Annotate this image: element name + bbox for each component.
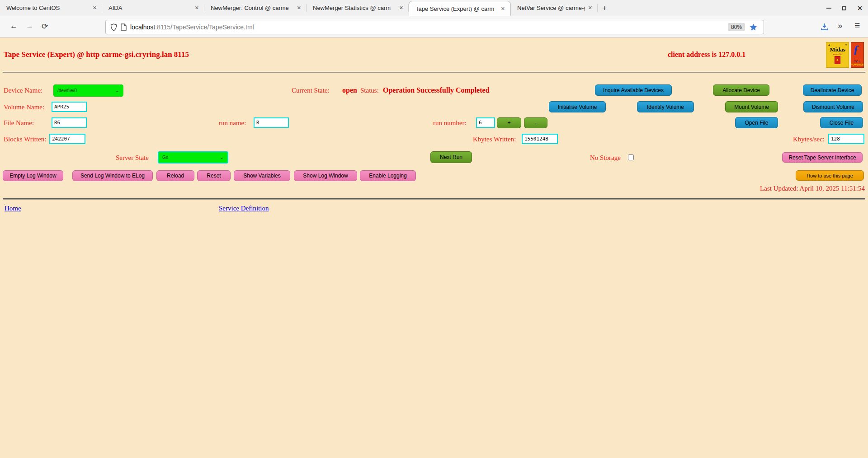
deallocate-device-button[interactable]: Deallocate Device — [803, 84, 862, 96]
tcl-logo-subtext: POWERED — [851, 63, 864, 66]
page-icon[interactable] — [121, 23, 127, 31]
tab-close-icon[interactable]: ✕ — [499, 5, 507, 13]
identify-volume-button[interactable]: Identify Volume — [637, 101, 694, 112]
how-to-use-this-page-button[interactable]: How to use this page — [796, 170, 864, 181]
tab-aida[interactable]: AIDA ✕ — [102, 0, 204, 16]
reload-icon[interactable]: ⟳ — [42, 22, 48, 31]
status-label: Status: — [360, 87, 379, 94]
new-tab-button[interactable]: + — [598, 0, 611, 16]
chevron-down-icon: ⌄ — [220, 154, 224, 160]
kbytes-per-sec-input[interactable] — [828, 134, 864, 144]
blocks-written-input[interactable] — [49, 134, 85, 144]
inquire-available-devices-button[interactable]: Inquire Available Devices — [595, 84, 672, 96]
tab-close-icon[interactable]: ✕ — [295, 4, 303, 12]
empty-log-window-button[interactable]: Empty Log Window — [3, 170, 63, 181]
current-state-value: open — [342, 86, 357, 94]
page-title: Tape Service (Expert) @ http carme-gsi.c… — [4, 50, 189, 59]
server-state-select[interactable]: Go ⌄ — [158, 151, 228, 164]
run-number-decrement-button[interactable]: - — [524, 117, 547, 128]
chevron-down-icon: ⌄ — [115, 88, 119, 93]
no-storage-checkbox[interactable] — [628, 154, 634, 160]
device-name-select[interactable]: /dev/file/0 ⌄ — [53, 84, 123, 97]
reset-tape-server-interface-button[interactable]: Reset Tape Server Interface — [782, 152, 863, 163]
show-variables-button[interactable]: Show Variables — [234, 170, 290, 181]
tab-title: NewMerger Statistics @ carm — [313, 5, 396, 11]
tab-newmerger-statistics[interactable]: NewMerger Statistics @ carm ✕ — [307, 0, 409, 16]
server-state-value: Go — [162, 155, 168, 160]
tcl-logo-text: TCL — [854, 60, 861, 63]
close-file-button[interactable]: Close File — [820, 117, 863, 128]
tab-close-icon[interactable]: ✕ — [586, 4, 594, 12]
current-state-label: Current State: — [292, 87, 330, 94]
midas-logo-text: Midas — [830, 47, 845, 53]
tab-close-icon[interactable]: ✕ — [193, 4, 201, 12]
midas-logo-subtext: powered by — [833, 53, 842, 55]
tab-title: AIDA — [108, 5, 191, 11]
send-log-window-to-elog-button[interactable]: Send Log Window to ELog — [72, 170, 153, 181]
tab-title: Tape Service (Expert) @ carm — [415, 5, 497, 12]
reload-button[interactable]: Reload — [156, 170, 194, 181]
run-name-input[interactable] — [254, 117, 289, 128]
tab-close-icon[interactable]: ✕ — [397, 4, 405, 12]
kbytes-written-input[interactable] — [522, 134, 558, 144]
device-name-label: Device Name: — [4, 87, 42, 94]
mount-volume-button[interactable]: Mount Volume — [725, 101, 778, 112]
no-storage-label: No Storage — [590, 154, 621, 162]
run-number-label: run number: — [433, 119, 467, 127]
kbytes-written-label: Kbytes Written: — [473, 136, 516, 143]
volume-name-label: Volume Name: — [4, 103, 44, 111]
tab-welcome-centos[interactable]: Welcome to CentOS ✕ — [0, 0, 102, 16]
allocate-device-button[interactable]: Allocate Device — [713, 84, 769, 96]
dismount-volume-button[interactable]: Dismount Volume — [803, 101, 863, 112]
shield-icon[interactable] — [110, 23, 117, 31]
tcl-feather-icon: ƒ — [853, 43, 859, 56]
server-state-label: Server State — [116, 154, 149, 162]
overflow-menu-icon[interactable]: » — [838, 21, 843, 31]
run-number-input[interactable] — [476, 117, 495, 128]
url-host: localhost — [130, 23, 155, 31]
zoom-level-badge[interactable]: 80% — [728, 23, 745, 31]
volume-name-input[interactable] — [52, 102, 87, 112]
client-address-text: client address is 127.0.0.1 — [668, 51, 745, 59]
tab-netvar-service[interactable]: NetVar Service @ carme-gsi ✕ — [511, 0, 598, 16]
url-path: :8115/TapeService/TapeService.tml — [155, 23, 254, 31]
tab-close-icon[interactable]: ✕ — [91, 4, 99, 12]
show-log-window-button[interactable]: Show Log Window — [294, 170, 357, 181]
forward-icon[interactable]: → — [26, 22, 33, 31]
kbytes-per-sec-label: Kbytes/sec: — [793, 136, 825, 143]
next-run-button[interactable]: Next Run — [430, 151, 472, 163]
device-name-value: /dev/file/0 — [57, 88, 77, 93]
initialise-volume-button[interactable]: Initialise Volume — [549, 101, 606, 112]
restore-icon[interactable] — [842, 6, 846, 10]
divider — [3, 72, 865, 73]
url-text[interactable]: localhost:8115/TapeService/TapeService.t… — [130, 23, 728, 31]
url-bar[interactable]: localhost:8115/TapeService/TapeService.t… — [105, 20, 764, 34]
close-window-icon[interactable]: ✕ — [857, 5, 863, 12]
downloads-icon[interactable] — [821, 23, 828, 33]
window-controls: ✕ — [826, 0, 863, 16]
hamburger-menu-icon[interactable]: ≡ — [854, 20, 860, 31]
last-updated-text: Last Updated: April 10, 2025 11:51:54 — [760, 185, 865, 192]
minimize-icon[interactable] — [826, 8, 831, 9]
browser-tab-bar: Welcome to CentOS ✕ AIDA ✕ NewMerger: Co… — [0, 0, 868, 16]
midas-logo-tag: ♜ — [835, 56, 840, 64]
home-link[interactable]: Home — [5, 205, 21, 212]
file-name-label: File Name: — [4, 119, 34, 127]
open-file-button[interactable]: Open File — [735, 117, 778, 128]
tab-newmerger-control[interactable]: NewMerger: Control @ carme ✕ — [204, 0, 307, 16]
file-name-input[interactable] — [52, 117, 87, 128]
run-number-increment-button[interactable]: + — [497, 117, 521, 128]
tape-service-page: Tape Service (Expert) @ http carme-gsi.c… — [0, 37, 868, 458]
enable-logging-button[interactable]: Enable Logging — [360, 170, 416, 181]
blocks-written-label: Blocks Written: — [4, 136, 47, 143]
back-icon[interactable]: ← — [10, 22, 18, 31]
tab-tape-service-active[interactable]: Tape Service (Expert) @ carm ✕ — [409, 1, 511, 16]
divider — [3, 198, 865, 200]
status-value: Operation Successfully Completed — [383, 86, 490, 94]
tab-title: NewMerger: Control @ carme — [211, 5, 293, 11]
service-definition-link[interactable]: Service Definition — [219, 205, 269, 212]
tab-title: NetVar Service @ carme-gsi — [517, 5, 585, 11]
reset-button[interactable]: Reset — [197, 170, 231, 181]
tab-title: Welcome to CentOS — [6, 5, 89, 11]
bookmark-star-icon[interactable] — [750, 23, 757, 31]
